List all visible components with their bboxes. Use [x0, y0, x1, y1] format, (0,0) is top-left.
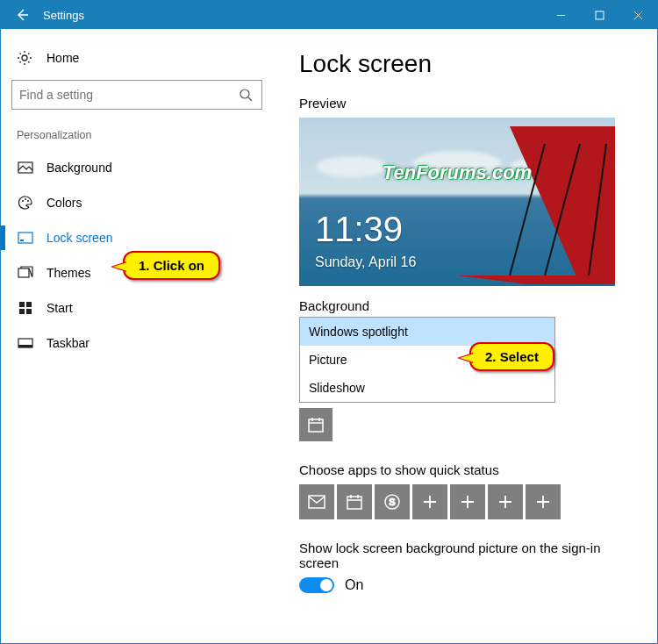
search-field[interactable]: [19, 88, 239, 102]
svg-rect-10: [19, 302, 25, 307]
svg-rect-22: [309, 496, 325, 508]
airplane-wing: [457, 126, 615, 284]
svg-rect-7: [18, 233, 32, 243]
sign-in-bg-label: Show lock screen background picture on t…: [299, 540, 640, 570]
main-panel: Lock screen Preview TenForums.com 11:39 …: [273, 29, 657, 643]
background-label: Background: [299, 298, 640, 313]
quick-status-add[interactable]: [488, 484, 523, 519]
callout-two: 2. Select: [469, 342, 554, 371]
skype-icon: S: [383, 493, 401, 511]
window-title: Settings: [43, 9, 84, 22]
dropdown-option-slideshow[interactable]: Slideshow: [300, 374, 554, 402]
svg-point-2: [240, 89, 249, 98]
start-icon: [17, 301, 34, 315]
svg-rect-21: [309, 419, 323, 432]
sidebar-item-label: Start: [46, 301, 73, 315]
search-icon: [239, 88, 254, 102]
sidebar-section: Personalization: [10, 129, 264, 150]
quick-status-calendar[interactable]: [337, 484, 372, 519]
svg-rect-11: [26, 302, 32, 307]
sidebar-home[interactable]: Home: [10, 43, 264, 80]
quick-status-skype[interactable]: S: [375, 484, 410, 519]
sidebar: Home Personalization Background Colors L…: [1, 29, 273, 643]
callout-one: 1. Click on: [123, 251, 220, 280]
mail-icon: [308, 495, 325, 509]
svg-marker-17: [457, 275, 615, 284]
gear-icon: [17, 50, 34, 66]
plus-icon: [536, 495, 550, 509]
sidebar-item-label: Themes: [46, 266, 91, 280]
titlebar: Settings: [1, 1, 657, 29]
toggle-state: On: [345, 577, 363, 593]
picture-icon: [17, 161, 34, 174]
plus-icon: [461, 495, 475, 509]
svg-rect-9: [18, 268, 29, 277]
calendar-icon: [346, 493, 363, 511]
svg-marker-16: [510, 126, 615, 284]
svg-rect-15: [18, 345, 32, 347]
sidebar-home-label: Home: [46, 51, 79, 65]
svg-rect-12: [19, 309, 25, 314]
preview-time: 11:39: [315, 210, 403, 249]
watermark: TenForums.com: [383, 161, 532, 184]
back-button[interactable]: [1, 7, 43, 23]
lockscreen-icon: [17, 232, 34, 244]
sidebar-item-taskbar[interactable]: Taskbar: [10, 326, 264, 361]
page-title: Lock screen: [299, 50, 640, 78]
quick-status-apps: S: [299, 484, 640, 519]
svg-point-6: [27, 200, 29, 202]
svg-rect-13: [26, 309, 32, 314]
svg-rect-8: [20, 240, 24, 241]
choose-apps-label: Choose apps to show quick status: [299, 462, 640, 477]
sign-in-bg-toggle[interactable]: [299, 577, 334, 593]
lockscreen-preview: TenForums.com 11:39 Sunday, April 16: [299, 118, 615, 286]
minimize-button[interactable]: [541, 1, 580, 29]
detailed-status-app[interactable]: [299, 408, 333, 441]
sidebar-item-background[interactable]: Background: [10, 150, 264, 185]
quick-status-add[interactable]: [450, 484, 485, 519]
svg-rect-0: [596, 11, 604, 19]
taskbar-icon: [17, 338, 34, 348]
search-input[interactable]: [11, 80, 262, 110]
preview-date: Sunday, April 16: [315, 254, 416, 270]
svg-point-5: [25, 198, 26, 200]
preview-label: Preview: [299, 96, 640, 111]
themes-icon: [17, 266, 34, 280]
maximize-button[interactable]: [580, 1, 619, 29]
svg-point-1: [22, 55, 27, 61]
sidebar-item-label: Background: [46, 161, 112, 175]
sidebar-item-lockscreen[interactable]: Lock screen: [10, 220, 264, 255]
sidebar-item-label: Lock screen: [46, 231, 112, 245]
svg-text:S: S: [389, 497, 395, 507]
quick-status-add[interactable]: [412, 484, 447, 519]
palette-icon: [17, 195, 34, 211]
arrow-left-icon: [14, 7, 30, 23]
svg-rect-23: [347, 497, 361, 509]
sidebar-item-label: Taskbar: [46, 336, 89, 350]
quick-status-add[interactable]: [526, 484, 561, 519]
plus-icon: [423, 495, 437, 509]
plus-icon: [498, 495, 512, 509]
sidebar-item-colors[interactable]: Colors: [10, 185, 264, 220]
calendar-icon: [307, 416, 325, 433]
svg-point-4: [22, 200, 24, 202]
close-button[interactable]: [619, 1, 657, 29]
quick-status-mail[interactable]: [299, 484, 334, 519]
sidebar-item-label: Colors: [46, 196, 82, 210]
sidebar-item-start[interactable]: Start: [10, 290, 264, 326]
